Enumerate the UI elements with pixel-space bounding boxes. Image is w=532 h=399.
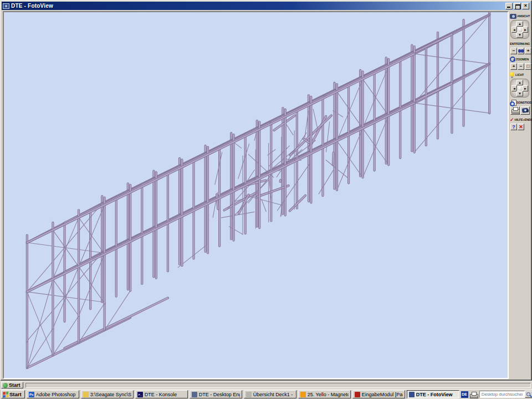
3d-viewport[interactable]: [3, 11, 509, 379]
taskbar-task-4[interactable]: Übersicht Deck1 - Paint: [244, 390, 296, 398]
taskbar-task-1[interactable]: 3:\Seagate Sync\SyncRe...: [81, 390, 134, 398]
maximize-button[interactable]: [514, 3, 521, 9]
task-button-strip: PsAdobe Photoshop CS3 E...3:\Seagate Syn…: [27, 390, 459, 398]
distance-increase-button[interactable]: +: [525, 48, 531, 54]
hilfe-ende-label: HILFE+ENDE: [515, 118, 532, 121]
task-label: DTE - Desktop Engineeri...: [199, 392, 240, 397]
task-label: DTE - FotoView: [416, 392, 453, 397]
zoom-in-button[interactable]: +: [510, 63, 517, 70]
taskbar-task-3[interactable]: DTE - Desktop Engineeri...: [190, 390, 242, 398]
photoshop-icon: Ps: [29, 392, 34, 397]
language-indicator[interactable]: DE: [461, 391, 468, 398]
dpad-center: [518, 28, 523, 32]
ansicht-label: ANSICHT: [517, 14, 530, 18]
titlebar[interactable]: DTE - FotoView ×: [2, 2, 530, 10]
task-label: Übersicht Deck1 - Paint: [253, 392, 294, 397]
red-check-icon: ✓: [510, 117, 514, 122]
distance-decrease-button[interactable]: −: [510, 48, 517, 54]
light-right-button[interactable]: ►: [523, 85, 528, 91]
exit-button[interactable]: ✕: [518, 124, 524, 130]
app-camera-icon: [3, 3, 9, 9]
secondary-taskbar-tray: [25, 383, 531, 388]
structure-wireframe: [4, 12, 508, 378]
binoculars-icon: [518, 49, 524, 53]
fotoview-camera-icon: [409, 392, 415, 397]
windows-flag-icon: [3, 391, 8, 397]
view-down-button[interactable]: ▼: [516, 32, 523, 38]
light-dpad: ▲ ◄ ► ▼: [510, 79, 529, 98]
printer-tray-icon[interactable]: [470, 391, 478, 398]
help-button[interactable]: ?: [510, 124, 517, 130]
folder-icon: [83, 392, 89, 397]
print-button[interactable]: [510, 106, 520, 115]
eingabe-modul-icon: [355, 392, 360, 397]
ansicht-camera-icon: [510, 14, 516, 19]
desktop-search: [479, 391, 532, 398]
window-title: DTE - FotoView: [11, 3, 505, 9]
desktop-search-input[interactable]: [479, 391, 525, 398]
taskbar-task-2[interactable]: >_DTE - Konsole: [135, 390, 188, 398]
start-flower-icon: [3, 383, 8, 388]
taskbar: Start PsAdobe Photoshop CS3 E...3:\Seaga…: [0, 389, 532, 399]
search-icon[interactable]: [525, 391, 532, 398]
light-down-button[interactable]: ▼: [516, 91, 523, 96]
secondary-start-button[interactable]: Start: [1, 382, 23, 388]
printer-icon: [511, 107, 519, 113]
sonstiges-magnifier-doc-icon: [510, 100, 516, 106]
taskbar-task-5[interactable]: 25. Yello - Magneto - Wi...: [298, 390, 351, 398]
media-player-icon: [300, 392, 306, 397]
distance-fit-button[interactable]: [518, 48, 524, 54]
light-bulb-icon: [510, 72, 515, 78]
view-dpad: ▲ ◄ ► ▼: [510, 20, 529, 39]
task-label: EingabeModul [Parkdeck...: [362, 392, 403, 397]
view-right-button[interactable]: ►: [523, 27, 528, 33]
dte-app-icon: [192, 392, 197, 397]
task-label: DTE - Konsole: [145, 392, 177, 397]
snapshot-button[interactable]: [520, 106, 530, 115]
paint-icon: [246, 392, 252, 397]
secondary-taskbar: Start: [0, 381, 532, 389]
minimize-button[interactable]: [505, 3, 513, 9]
secondary-start-label: Start: [9, 382, 21, 388]
zoom-out-button[interactable]: −: [518, 63, 524, 70]
entfernung-label: ENTFERNUNG: [510, 42, 530, 45]
task-label: 25. Yello - Magneto - Wi...: [308, 392, 349, 397]
close-button[interactable]: ×: [522, 3, 529, 9]
start-label: Start: [9, 391, 22, 397]
task-label: 3:\Seagate Sync\SyncRe...: [90, 392, 131, 397]
taskbar-task-0[interactable]: PsAdobe Photoshop CS3 E...: [27, 390, 79, 398]
zoomen-label: ZOOMEN: [516, 58, 529, 61]
screen: DTE - FotoView × ANSICHT ▲ ◄: [0, 0, 532, 399]
licht-label: LICHT: [515, 73, 524, 76]
view-up-button[interactable]: ▲: [516, 21, 523, 27]
sonstiges-label: SONSTIGES: [516, 101, 532, 104]
console-icon: >_: [137, 392, 143, 397]
dte-fotoview-window: DTE - FotoView × ANSICHT ▲ ◄: [0, 0, 532, 381]
light-up-button[interactable]: ▲: [516, 80, 523, 85]
taskbar-task-7[interactable]: DTE - FotoView: [407, 390, 459, 398]
start-button[interactable]: Start: [1, 390, 25, 398]
zoom-window-button[interactable]: □: [525, 63, 531, 70]
zoom-magnifier-icon: [510, 57, 515, 62]
tool-panel: ANSICHT ▲ ◄ ► ▼ ENTFERNUNG − +: [509, 11, 530, 379]
dpad-center: [518, 86, 523, 91]
task-label: Adobe Photoshop CS3 E...: [36, 392, 77, 397]
taskbar-task-6[interactable]: EingabeModul [Parkdeck...: [352, 390, 405, 398]
snapshot-icon: [521, 107, 529, 113]
